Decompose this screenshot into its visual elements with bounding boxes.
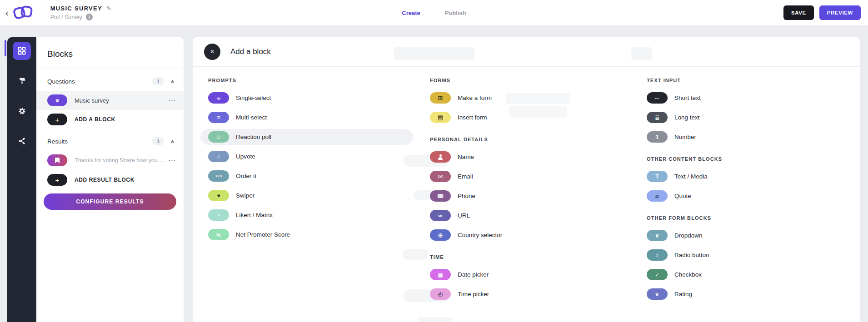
block-item-label: Swiper: [236, 192, 254, 199]
brush-icon: [18, 77, 26, 85]
add-block-item-quote[interactable]: “Quote: [647, 190, 722, 202]
add-block-button[interactable]: + ADD A BLOCK: [36, 110, 184, 129]
survey-type-label: Poll / Survey: [50, 14, 82, 20]
edit-title-icon[interactable]: ✎: [106, 5, 111, 12]
add-block-item-swiper[interactable]: ♥Swiper: [208, 190, 290, 201]
block-item-label: Name: [458, 154, 474, 160]
add-block-item-net-promoter-score[interactable]: ⇆Net Promoter Score: [208, 229, 290, 240]
panel-title: Blocks: [36, 37, 184, 69]
add-block-item-email[interactable]: ✉Email: [430, 171, 502, 182]
modal-column-forms: FORMS⊞Make a form▤Insert formPERSONAL DE…: [430, 78, 502, 300]
rail-item-blocks[interactable]: [13, 42, 31, 60]
survey-title: MUSIC SURVEY: [50, 5, 102, 12]
info-icon[interactable]: i: [86, 14, 93, 20]
rail-item-design[interactable]: [13, 72, 31, 90]
block-item-label: Time picker: [458, 291, 489, 297]
block-item-label: URL: [458, 212, 470, 219]
chevron-up-icon[interactable]: ∧: [170, 139, 175, 144]
block-item-label: Likert / Matrix: [236, 212, 273, 218]
background-ghost: [509, 106, 567, 118]
rail-item-settings[interactable]: [13, 102, 31, 120]
text-icon: T: [655, 174, 658, 179]
add-block-item-url[interactable]: ∞URL: [430, 210, 502, 221]
add-block-item-multi-select[interactable]: ≡Multi-select: [208, 112, 290, 123]
result-block-row[interactable]: Thanks for voting Share how you v... ⋯: [36, 151, 184, 170]
add-block-item-name[interactable]: Name: [430, 151, 502, 163]
add-block-item-country-selector[interactable]: ⊕Country selector: [430, 229, 502, 241]
save-button[interactable]: SAVE: [783, 5, 814, 20]
logo-square: [20, 5, 33, 18]
gear-icon: [18, 107, 26, 115]
block-item-label: Upvote: [236, 153, 255, 160]
add-block-item-long-text[interactable]: ≣Long text: [647, 112, 722, 123]
add-block-item-reaction-poll[interactable]: ☺Reaction poll: [208, 131, 290, 143]
section-personal-details: PERSONAL DETAILSName✉Email☎Phone∞URL⊕Cou…: [430, 137, 502, 241]
add-block-item-single-select[interactable]: ≡Single-select: [208, 92, 290, 104]
link-icon: ∞: [438, 213, 442, 218]
results-label: Results: [47, 138, 68, 145]
block-type-pill: ☺: [208, 131, 229, 143]
add-block-item-make-a-form[interactable]: ⊞Make a form: [430, 92, 502, 104]
app-logo-icon[interactable]: [10, 3, 37, 23]
add-block-item-dropdown[interactable]: ∨Dropdown: [647, 230, 722, 241]
configure-results-button[interactable]: CONFIGURE RESULTS: [44, 193, 176, 210]
section-label: TIME: [430, 254, 502, 260]
number-icon: 1: [656, 134, 658, 139]
block-type-pill: ▤: [430, 112, 451, 123]
envelope-icon: ✉: [438, 173, 443, 179]
add-block-item-phone[interactable]: ☎Phone: [430, 190, 502, 202]
block-type-pill: 123: [208, 170, 229, 182]
questions-count-badge: 1: [152, 77, 164, 85]
header-actions: SAVE PREVIEW: [783, 5, 861, 20]
row-menu-icon[interactable]: ⋯: [168, 96, 175, 105]
block-item-label: Dropdown: [674, 232, 703, 239]
add-block-item-radio-button[interactable]: ○Radio button: [647, 249, 722, 261]
back-chevron-icon[interactable]: ‹: [5, 8, 9, 17]
rail-item-share[interactable]: [13, 132, 31, 150]
block-type-pill: ≣: [647, 112, 668, 123]
plus-icon: +: [47, 114, 67, 125]
section-text-input: TEXT INPUT--Short text≣Long text1Number: [647, 78, 722, 143]
bookmark-icon: [47, 154, 67, 166]
add-result-block-button[interactable]: + ADD RESULT BLOCK: [36, 170, 184, 189]
add-block-item-date-picker[interactable]: ▦Date picker: [430, 269, 502, 280]
active-rail-indicator: [5, 40, 6, 56]
tab-create[interactable]: Create: [402, 10, 420, 16]
block-item-label: Rating: [674, 291, 692, 297]
nav-rail: [7, 37, 36, 322]
add-block-item-short-text[interactable]: --Short text: [647, 92, 722, 104]
question-block-row[interactable]: ≡ Music survey ⋯: [36, 91, 184, 110]
block-type-pill: ∨: [647, 230, 668, 241]
smiley-icon: ☺: [215, 134, 221, 140]
modal-column-text: TEXT INPUT--Short text≣Long text1NumberO…: [647, 78, 722, 300]
add-block-item-text-media[interactable]: TText / Media: [647, 171, 722, 182]
chevron-up-icon[interactable]: ∧: [170, 79, 175, 84]
add-block-item-insert-form[interactable]: ▤Insert form: [430, 112, 502, 123]
block-item-label: Number: [674, 134, 696, 140]
gauge-icon: ◔: [217, 213, 220, 218]
thumb-up-icon: ☝: [217, 154, 220, 159]
blocks-panel: Blocks Questions 1 ∧ ≡ Music survey ⋯ + …: [36, 37, 184, 322]
add-block-item-number[interactable]: 1Number: [647, 131, 722, 143]
preview-button[interactable]: PREVIEW: [819, 5, 861, 20]
tab-publish[interactable]: Publish: [445, 10, 466, 16]
section-prompts: PROMPTS≡Single-select≡Multi-select☺React…: [208, 78, 290, 240]
close-icon[interactable]: ×: [204, 44, 220, 60]
block-type-pill: ☝: [208, 151, 229, 162]
add-block-item-time-picker[interactable]: ◴Time picker: [430, 288, 502, 300]
add-block-item-checkbox[interactable]: ✓Checkbox: [647, 269, 722, 280]
add-block-item-order-it[interactable]: 123Order it: [208, 170, 290, 182]
result-block-label: Thanks for voting Share how you v...: [75, 157, 165, 163]
block-type-pill: ◔: [208, 209, 229, 221]
quote-icon: “: [655, 194, 659, 198]
section-label: PERSONAL DETAILS: [430, 137, 502, 142]
block-type-pill: ☎: [430, 190, 451, 202]
add-block-item-rating[interactable]: ★Rating: [647, 288, 722, 300]
block-type-pill: ⇆: [208, 229, 229, 240]
add-block-item-upvote[interactable]: ☝Upvote: [208, 151, 290, 162]
bookmark-glyph: [55, 158, 60, 163]
add-block-item-likert-matrix[interactable]: ◔Likert / Matrix: [208, 209, 290, 221]
row-menu-icon[interactable]: ⋯: [168, 156, 175, 165]
slider-icon: ⇆: [216, 232, 221, 238]
block-item-label: Net Promoter Score: [236, 231, 290, 238]
